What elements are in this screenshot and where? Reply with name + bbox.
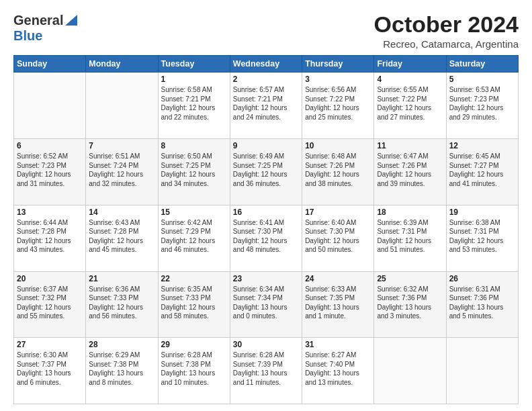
calendar-table: Sunday Monday Tuesday Wednesday Thursday… <box>13 55 519 404</box>
header-saturday: Saturday <box>446 56 518 73</box>
day-info: Sunrise: 6:31 AM Sunset: 7:36 PM Dayligh… <box>449 285 515 321</box>
day-info: Sunrise: 6:47 AM Sunset: 7:26 PM Dayligh… <box>377 152 443 188</box>
table-row: 29Sunrise: 6:28 AM Sunset: 7:38 PM Dayli… <box>158 338 230 404</box>
day-number: 16 <box>233 208 299 217</box>
day-number: 29 <box>161 340 227 349</box>
day-info: Sunrise: 6:30 AM Sunset: 7:37 PM Dayligh… <box>17 351 83 387</box>
table-row: 30Sunrise: 6:28 AM Sunset: 7:39 PM Dayli… <box>230 338 302 404</box>
header-friday: Friday <box>374 56 446 73</box>
table-row: 20Sunrise: 6:37 AM Sunset: 7:32 PM Dayli… <box>14 271 86 338</box>
table-row: 7Sunrise: 6:51 AM Sunset: 7:24 PM Daylig… <box>86 139 158 205</box>
day-info: Sunrise: 6:53 AM Sunset: 7:23 PM Dayligh… <box>449 85 515 122</box>
day-info: Sunrise: 6:44 AM Sunset: 7:28 PM Dayligh… <box>17 218 83 255</box>
day-info: Sunrise: 6:45 AM Sunset: 7:27 PM Dayligh… <box>449 152 515 188</box>
day-number: 31 <box>305 340 371 349</box>
table-row <box>86 73 158 139</box>
day-number: 6 <box>17 141 83 150</box>
page: General Blue October 2024 Recreo, Catama… <box>0 0 532 411</box>
table-row: 23Sunrise: 6:34 AM Sunset: 7:34 PM Dayli… <box>230 271 302 338</box>
table-row: 27Sunrise: 6:30 AM Sunset: 7:37 PM Dayli… <box>14 338 86 404</box>
calendar-week-row: 13Sunrise: 6:44 AM Sunset: 7:28 PM Dayli… <box>14 205 519 271</box>
table-row <box>446 338 518 404</box>
day-info: Sunrise: 6:57 AM Sunset: 7:21 PM Dayligh… <box>233 85 299 122</box>
day-info: Sunrise: 6:48 AM Sunset: 7:26 PM Dayligh… <box>305 152 371 188</box>
day-number: 18 <box>377 208 443 217</box>
day-number: 9 <box>233 141 299 150</box>
logo: General Blue <box>13 12 77 43</box>
header-wednesday: Wednesday <box>230 56 302 73</box>
day-number: 23 <box>233 274 299 283</box>
table-row: 31Sunrise: 6:27 AM Sunset: 7:40 PM Dayli… <box>302 338 374 404</box>
table-row: 19Sunrise: 6:38 AM Sunset: 7:31 PM Dayli… <box>446 205 518 271</box>
day-info: Sunrise: 6:36 AM Sunset: 7:33 PM Dayligh… <box>89 285 154 321</box>
logo-blue: Blue <box>13 28 42 43</box>
header: General Blue October 2024 Recreo, Catama… <box>13 12 519 50</box>
table-row: 6Sunrise: 6:52 AM Sunset: 7:23 PM Daylig… <box>14 139 86 205</box>
table-row: 26Sunrise: 6:31 AM Sunset: 7:36 PM Dayli… <box>446 271 518 338</box>
day-number: 1 <box>161 75 227 84</box>
day-info: Sunrise: 6:56 AM Sunset: 7:22 PM Dayligh… <box>305 85 371 122</box>
day-number: 19 <box>449 208 515 217</box>
day-number: 25 <box>377 274 443 283</box>
calendar-week-row: 27Sunrise: 6:30 AM Sunset: 7:37 PM Dayli… <box>14 338 519 404</box>
day-number: 14 <box>89 208 154 217</box>
calendar-week-row: 1Sunrise: 6:58 AM Sunset: 7:21 PM Daylig… <box>14 73 519 139</box>
table-row: 17Sunrise: 6:40 AM Sunset: 7:30 PM Dayli… <box>302 205 374 271</box>
title-location: Recreo, Catamarca, Argentina <box>374 38 519 50</box>
table-row: 21Sunrise: 6:36 AM Sunset: 7:33 PM Dayli… <box>86 271 158 338</box>
day-number: 7 <box>89 141 154 150</box>
day-info: Sunrise: 6:34 AM Sunset: 7:34 PM Dayligh… <box>233 285 299 321</box>
table-row: 12Sunrise: 6:45 AM Sunset: 7:27 PM Dayli… <box>446 139 518 205</box>
day-number: 26 <box>449 274 515 283</box>
day-info: Sunrise: 6:52 AM Sunset: 7:23 PM Dayligh… <box>17 152 83 188</box>
day-info: Sunrise: 6:49 AM Sunset: 7:25 PM Dayligh… <box>233 152 299 188</box>
day-number: 2 <box>233 75 299 84</box>
table-row: 2Sunrise: 6:57 AM Sunset: 7:21 PM Daylig… <box>230 73 302 139</box>
day-number: 17 <box>305 208 371 217</box>
day-number: 4 <box>377 75 443 84</box>
day-info: Sunrise: 6:33 AM Sunset: 7:35 PM Dayligh… <box>305 285 371 321</box>
day-info: Sunrise: 6:58 AM Sunset: 7:21 PM Dayligh… <box>161 85 227 122</box>
day-info: Sunrise: 6:35 AM Sunset: 7:33 PM Dayligh… <box>161 285 227 321</box>
table-row: 24Sunrise: 6:33 AM Sunset: 7:35 PM Dayli… <box>302 271 374 338</box>
table-row: 11Sunrise: 6:47 AM Sunset: 7:26 PM Dayli… <box>374 139 446 205</box>
day-info: Sunrise: 6:27 AM Sunset: 7:40 PM Dayligh… <box>305 351 371 387</box>
table-row: 14Sunrise: 6:43 AM Sunset: 7:28 PM Dayli… <box>86 205 158 271</box>
table-row: 5Sunrise: 6:53 AM Sunset: 7:23 PM Daylig… <box>446 73 518 139</box>
day-number: 10 <box>305 141 371 150</box>
day-number: 15 <box>161 208 227 217</box>
day-info: Sunrise: 6:50 AM Sunset: 7:25 PM Dayligh… <box>161 152 227 188</box>
table-row: 28Sunrise: 6:29 AM Sunset: 7:38 PM Dayli… <box>86 338 158 404</box>
header-tuesday: Tuesday <box>158 56 230 73</box>
logo-general: General <box>13 13 63 28</box>
table-row: 8Sunrise: 6:50 AM Sunset: 7:25 PM Daylig… <box>158 139 230 205</box>
day-info: Sunrise: 6:28 AM Sunset: 7:38 PM Dayligh… <box>161 351 227 387</box>
day-number: 20 <box>17 274 83 283</box>
day-number: 3 <box>305 75 371 84</box>
calendar-week-row: 20Sunrise: 6:37 AM Sunset: 7:32 PM Dayli… <box>14 271 519 338</box>
table-row: 9Sunrise: 6:49 AM Sunset: 7:25 PM Daylig… <box>230 139 302 205</box>
day-number: 30 <box>233 340 299 349</box>
day-number: 27 <box>17 340 83 349</box>
day-info: Sunrise: 6:43 AM Sunset: 7:28 PM Dayligh… <box>89 218 154 255</box>
day-number: 28 <box>89 340 154 349</box>
svg-marker-0 <box>65 15 77 26</box>
day-info: Sunrise: 6:29 AM Sunset: 7:38 PM Dayligh… <box>89 351 154 387</box>
table-row: 4Sunrise: 6:55 AM Sunset: 7:22 PM Daylig… <box>374 73 446 139</box>
day-info: Sunrise: 6:39 AM Sunset: 7:31 PM Dayligh… <box>377 218 443 255</box>
day-number: 8 <box>161 141 227 150</box>
day-number: 11 <box>377 141 443 150</box>
table-row <box>14 73 86 139</box>
title-block: October 2024 Recreo, Catamarca, Argentin… <box>374 12 519 50</box>
table-row: 25Sunrise: 6:32 AM Sunset: 7:36 PM Dayli… <box>374 271 446 338</box>
day-number: 24 <box>305 274 371 283</box>
day-info: Sunrise: 6:32 AM Sunset: 7:36 PM Dayligh… <box>377 285 443 321</box>
day-info: Sunrise: 6:28 AM Sunset: 7:39 PM Dayligh… <box>233 351 299 387</box>
day-info: Sunrise: 6:38 AM Sunset: 7:31 PM Dayligh… <box>449 218 515 255</box>
table-row <box>374 338 446 404</box>
calendar-header-row: Sunday Monday Tuesday Wednesday Thursday… <box>14 56 519 73</box>
day-number: 12 <box>449 141 515 150</box>
day-info: Sunrise: 6:40 AM Sunset: 7:30 PM Dayligh… <box>305 218 371 255</box>
day-number: 22 <box>161 274 227 283</box>
table-row: 15Sunrise: 6:42 AM Sunset: 7:29 PM Dayli… <box>158 205 230 271</box>
